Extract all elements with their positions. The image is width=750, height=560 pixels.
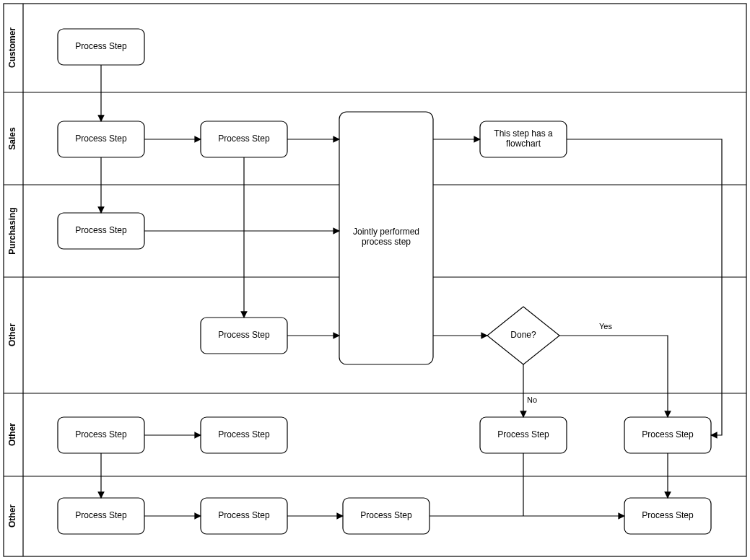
lane-label-sales: Sales: [7, 127, 17, 150]
edge-label-yes: Yes: [599, 322, 612, 331]
node-n10-label: Process Step: [497, 429, 549, 439]
node-n14-label: Process Step: [360, 510, 412, 520]
node-n2-label: Process Step: [75, 134, 127, 144]
lane-label-customer: Customer: [7, 27, 17, 68]
node-n4-label-b: flowchart: [506, 139, 541, 149]
lane-label-other3: Other: [7, 504, 17, 528]
lane-label-purchasing: Purchasing: [7, 207, 17, 254]
node-n13-label: Process Step: [218, 510, 270, 520]
node-n9-label: Process Step: [218, 429, 270, 439]
node-n1-label: Process Step: [75, 41, 127, 51]
node-n15-label: Process Step: [642, 510, 694, 520]
node-n8-label: Process Step: [75, 429, 127, 439]
node-n5-label: Process Step: [75, 225, 127, 235]
node-d1-label: Done?: [510, 330, 536, 340]
node-n6-label-a: Jointly performed: [353, 227, 419, 237]
lane-label-other2: Other: [7, 423, 17, 446]
node-n4-label-a: This step has a: [494, 128, 553, 139]
node-n6-label-b: process step: [362, 237, 411, 247]
node-n3-label: Process Step: [218, 134, 270, 144]
node-n11-label: Process Step: [642, 429, 694, 439]
node-n7-label: Process Step: [218, 330, 270, 340]
swimlane-diagram: Customer Sales Purchasing Other Other Ot…: [0, 0, 750, 560]
node-n12-label: Process Step: [75, 510, 127, 520]
lane-label-other1: Other: [7, 323, 17, 346]
edge-label-no: No: [527, 395, 537, 404]
